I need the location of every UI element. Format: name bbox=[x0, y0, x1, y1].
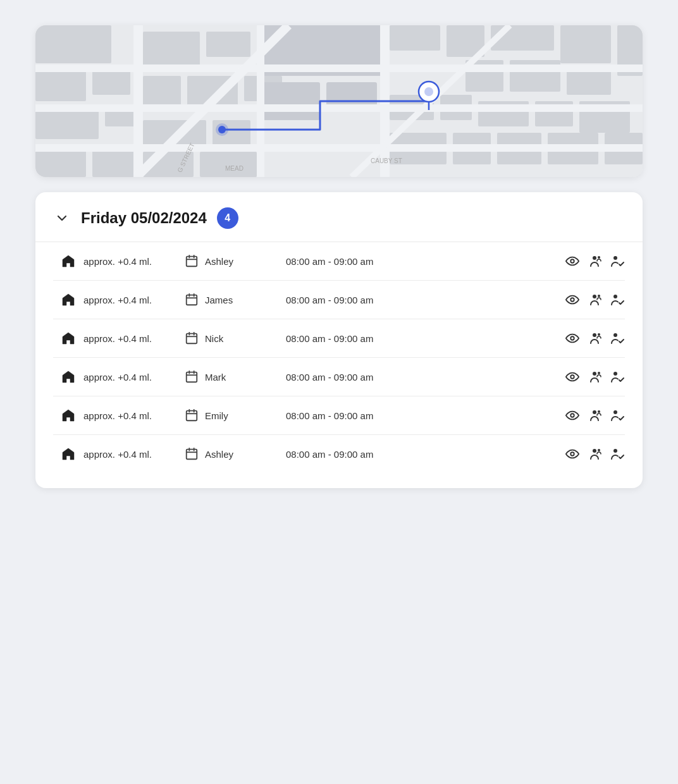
view-button[interactable] bbox=[565, 293, 579, 307]
person-name: Mark bbox=[205, 372, 226, 383]
svg-point-92 bbox=[598, 410, 600, 413]
svg-point-83 bbox=[593, 372, 596, 376]
view-button[interactable] bbox=[565, 331, 579, 345]
time-range: 08:00 am - 09:00 am bbox=[286, 410, 565, 421]
view-button[interactable] bbox=[565, 447, 579, 461]
calendar-icon bbox=[185, 408, 199, 422]
svg-point-75 bbox=[593, 333, 596, 337]
view-button[interactable] bbox=[565, 408, 579, 422]
location-assign-button[interactable] bbox=[587, 254, 602, 269]
svg-point-99 bbox=[593, 449, 596, 453]
svg-rect-78 bbox=[187, 372, 197, 383]
time-range: 08:00 am - 09:00 am bbox=[286, 333, 565, 344]
location-assign-button[interactable] bbox=[587, 369, 602, 384]
distance-label: approx. +0.4 ml. bbox=[83, 372, 185, 383]
home-icon bbox=[53, 331, 83, 346]
assign-check-button[interactable] bbox=[610, 292, 625, 307]
svg-point-52 bbox=[424, 87, 433, 96]
svg-rect-94 bbox=[187, 450, 197, 460]
svg-rect-42 bbox=[35, 104, 643, 112]
svg-rect-8 bbox=[143, 32, 200, 66]
date-title: Friday 05/02/2024 bbox=[81, 209, 207, 227]
view-button[interactable] bbox=[565, 370, 579, 384]
schedule-list: approx. +0.4 ml. Ashley 08:00 am - 09:00… bbox=[53, 242, 625, 473]
svg-rect-41 bbox=[35, 64, 643, 72]
location-assign-button[interactable] bbox=[587, 408, 602, 423]
distance-label: approx. +0.4 ml. bbox=[83, 410, 185, 421]
location-assign-button[interactable] bbox=[587, 331, 602, 346]
svg-rect-62 bbox=[187, 295, 197, 305]
home-icon bbox=[53, 369, 83, 384]
svg-point-66 bbox=[570, 298, 574, 302]
calendar-icon bbox=[185, 370, 199, 384]
assign-check-button[interactable] bbox=[610, 446, 625, 462]
assign-check-button[interactable] bbox=[610, 408, 625, 423]
svg-point-67 bbox=[593, 295, 596, 298]
home-icon bbox=[53, 408, 83, 423]
assign-check-button[interactable] bbox=[610, 331, 625, 346]
svg-point-60 bbox=[598, 256, 600, 259]
distance-label: approx. +0.4 ml. bbox=[83, 449, 185, 460]
map-card: G STREET MEAD CAUBY ST bbox=[35, 25, 643, 177]
svg-rect-38 bbox=[133, 25, 143, 177]
home-icon bbox=[53, 292, 83, 307]
table-row: approx. +0.4 ml. Nick 08:00 am - 09:00 a… bbox=[53, 319, 625, 358]
svg-rect-2 bbox=[35, 70, 86, 101]
time-range: 08:00 am - 09:00 am bbox=[286, 256, 565, 267]
svg-text:MEAD: MEAD bbox=[225, 165, 243, 172]
svg-rect-20 bbox=[560, 25, 611, 63]
person-name: Ashley bbox=[205, 449, 233, 460]
svg-point-93 bbox=[613, 410, 617, 414]
svg-point-58 bbox=[570, 259, 574, 263]
svg-point-90 bbox=[570, 413, 574, 417]
svg-point-61 bbox=[613, 256, 617, 260]
time-range: 08:00 am - 09:00 am bbox=[286, 295, 565, 305]
svg-point-50 bbox=[218, 126, 226, 133]
table-row: approx. +0.4 ml. James 08:00 am - 09:00 … bbox=[53, 281, 625, 319]
assign-check-button[interactable] bbox=[610, 254, 625, 269]
date-header: Friday 05/02/2024 4 bbox=[53, 207, 625, 229]
svg-rect-4 bbox=[35, 107, 99, 139]
svg-rect-86 bbox=[187, 411, 197, 421]
calendar-icon bbox=[185, 331, 199, 345]
svg-rect-36 bbox=[263, 82, 320, 120]
table-row: approx. +0.4 ml. Mark 08:00 am - 09:00 a… bbox=[53, 358, 625, 396]
svg-rect-10 bbox=[143, 76, 181, 107]
collapse-button[interactable] bbox=[53, 209, 71, 227]
svg-rect-1 bbox=[35, 25, 111, 63]
svg-rect-24 bbox=[567, 70, 611, 95]
svg-point-68 bbox=[598, 295, 600, 297]
svg-rect-9 bbox=[206, 32, 250, 57]
person-name: James bbox=[205, 295, 233, 305]
calendar-icon bbox=[185, 447, 199, 461]
view-button[interactable] bbox=[565, 254, 579, 268]
home-icon bbox=[53, 254, 83, 269]
table-row: approx. +0.4 ml. Emily 08:00 am - 09:00 … bbox=[53, 396, 625, 435]
distance-label: approx. +0.4 ml. bbox=[83, 295, 185, 305]
svg-rect-70 bbox=[187, 334, 197, 344]
distance-label: approx. +0.4 ml. bbox=[83, 333, 185, 344]
person-name: Nick bbox=[205, 333, 223, 344]
location-assign-button[interactable] bbox=[587, 446, 602, 462]
svg-point-101 bbox=[613, 449, 617, 453]
person-name: Ashley bbox=[205, 256, 233, 267]
table-row: approx. +0.4 ml. Ashley 08:00 am - 09:00… bbox=[53, 242, 625, 281]
svg-text:CAUBY ST: CAUBY ST bbox=[371, 157, 402, 164]
svg-point-76 bbox=[598, 333, 600, 336]
time-range: 08:00 am - 09:00 am bbox=[286, 449, 565, 460]
count-badge: 4 bbox=[217, 207, 238, 229]
calendar-icon bbox=[185, 254, 199, 268]
home-icon bbox=[53, 446, 83, 462]
svg-rect-54 bbox=[187, 257, 197, 267]
main-container: G STREET MEAD CAUBY ST bbox=[35, 25, 643, 488]
svg-rect-16 bbox=[200, 152, 257, 177]
location-assign-button[interactable] bbox=[587, 292, 602, 307]
svg-point-100 bbox=[598, 449, 600, 451]
svg-point-91 bbox=[593, 410, 596, 414]
svg-rect-3 bbox=[92, 70, 130, 95]
svg-point-77 bbox=[613, 333, 617, 337]
list-card: Friday 05/02/2024 4 approx. +0.4 ml. Ash… bbox=[35, 192, 643, 488]
svg-point-69 bbox=[613, 295, 617, 298]
calendar-icon bbox=[185, 293, 199, 307]
assign-check-button[interactable] bbox=[610, 369, 625, 384]
